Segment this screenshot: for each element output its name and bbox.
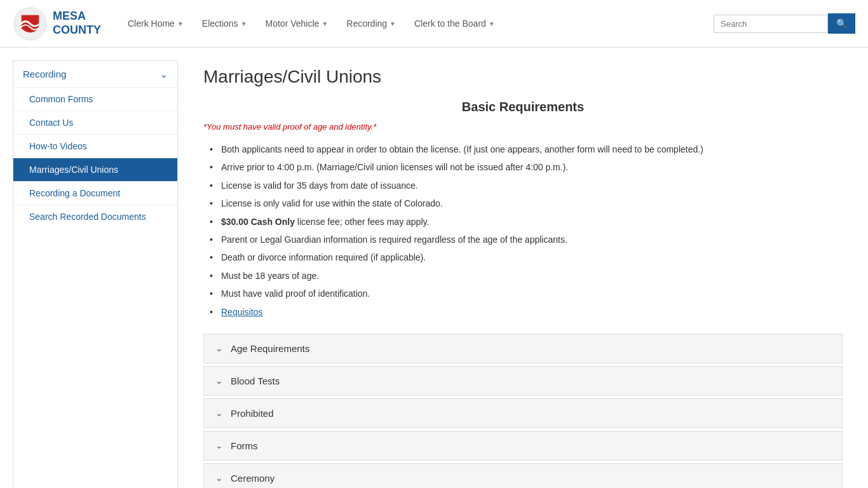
sidebar-item-how-to-videos[interactable]: How-to Videos	[13, 134, 177, 158]
accordion-prohibited: ⌄ Prohibited	[203, 398, 843, 428]
logo-icon	[13, 6, 48, 41]
list-item: Arrive prior to 4:00 p.m. (Marriage/Civi…	[210, 158, 843, 176]
nav-clerk-home[interactable]: Clerk Home ▼	[120, 13, 191, 34]
site-header: MESA COUNTY Clerk Home ▼ Elections ▼ Mot…	[0, 0, 868, 48]
list-item: License is only valid for use within the…	[210, 194, 843, 212]
sidebar-item-recording-document[interactable]: Recording a Document	[13, 181, 177, 205]
accordion-blood-tests: ⌄ Blood Tests	[203, 366, 843, 396]
accordion-forms: ⌄ Forms	[203, 431, 843, 461]
list-item: Parent or Legal Guardian information is …	[210, 231, 843, 248]
accordion-ceremony-header[interactable]: ⌄ Ceremony	[204, 464, 842, 488]
nav-elections-caret: ▼	[241, 20, 247, 27]
accordion-forms-header[interactable]: ⌄ Forms	[204, 431, 842, 460]
nav-clerk-board-caret: ▼	[489, 20, 495, 27]
accordion-chevron-icon: ⌄	[215, 343, 223, 353]
requisitos-link[interactable]: Requisitos	[221, 307, 262, 317]
accordion: ⌄ Age Requirements ⌄ Blood Tests ⌄ Prohi…	[203, 334, 843, 488]
sidebar-item-contact-us[interactable]: Contact Us	[13, 111, 177, 134]
search-icon: 🔍	[836, 18, 847, 29]
sidebar-header[interactable]: Recording ⌄	[13, 61, 177, 87]
accordion-chevron-icon: ⌄	[215, 473, 223, 483]
search-area: 🔍	[714, 13, 855, 34]
page-title: Marriages/Civil Unions	[203, 67, 843, 87]
list-item: $30.00 Cash Only license fee; other fees…	[210, 213, 843, 231]
sidebar: Recording ⌄ Common Forms Contact Us How-…	[13, 60, 178, 488]
list-item: Must be 18 years of age.	[210, 267, 843, 285]
section-heading: Basic Requirements	[203, 100, 843, 114]
sidebar-chevron-icon: ⌄	[160, 69, 168, 79]
accordion-age-requirements: ⌄ Age Requirements	[203, 334, 843, 363]
accordion-ceremony: ⌄ Ceremony	[203, 463, 843, 488]
nav-recording-caret: ▼	[390, 20, 396, 27]
nav-elections[interactable]: Elections ▼	[194, 13, 255, 34]
nav-motor-vehicle-caret: ▼	[322, 20, 328, 27]
list-item: Death or divorce information required (i…	[210, 248, 843, 266]
sidebar-item-marriages[interactable]: Marriages/Civil Unions	[13, 158, 177, 181]
accordion-age-header[interactable]: ⌄ Age Requirements	[204, 334, 842, 363]
list-item-requisitos: Requisitos	[210, 303, 843, 321]
main-nav: Clerk Home ▼ Elections ▼ Motor Vehicle ▼…	[120, 13, 714, 34]
sidebar-title: Recording	[23, 69, 66, 79]
list-item: Must have valid proof of identification.	[210, 285, 843, 302]
search-button[interactable]: 🔍	[828, 13, 855, 34]
logo-text: MESA COUNTY	[53, 10, 101, 37]
requirements-list: Both applicants need to appear in order …	[203, 140, 843, 321]
nav-recording[interactable]: Recording ▼	[339, 13, 403, 34]
nav-motor-vehicle[interactable]: Motor Vehicle ▼	[258, 13, 336, 34]
list-item: License is valid for 35 days from date o…	[210, 177, 843, 194]
site-logo[interactable]: MESA COUNTY	[13, 6, 101, 41]
accordion-blood-header[interactable]: ⌄ Blood Tests	[204, 367, 842, 395]
search-input[interactable]	[714, 15, 828, 33]
accordion-chevron-icon: ⌄	[215, 408, 223, 418]
nav-clerk-home-caret: ▼	[177, 20, 184, 27]
accordion-chevron-icon: ⌄	[215, 440, 223, 451]
sidebar-item-search-documents[interactable]: Search Recorded Documents	[13, 205, 177, 228]
accordion-prohibited-header[interactable]: ⌄ Prohibited	[204, 399, 842, 428]
main-content: Marriages/Civil Unions Basic Requirement…	[191, 60, 855, 488]
page-container: Recording ⌄ Common Forms Contact Us How-…	[0, 48, 868, 488]
list-item: Both applicants need to appear in order …	[210, 140, 843, 158]
accordion-chevron-icon: ⌄	[215, 376, 223, 386]
nav-clerk-board[interactable]: Clerk to the Board ▼	[407, 13, 503, 34]
warning-text: *You must have valid proof of age and id…	[203, 122, 843, 132]
sidebar-item-common-forms[interactable]: Common Forms	[13, 87, 177, 111]
